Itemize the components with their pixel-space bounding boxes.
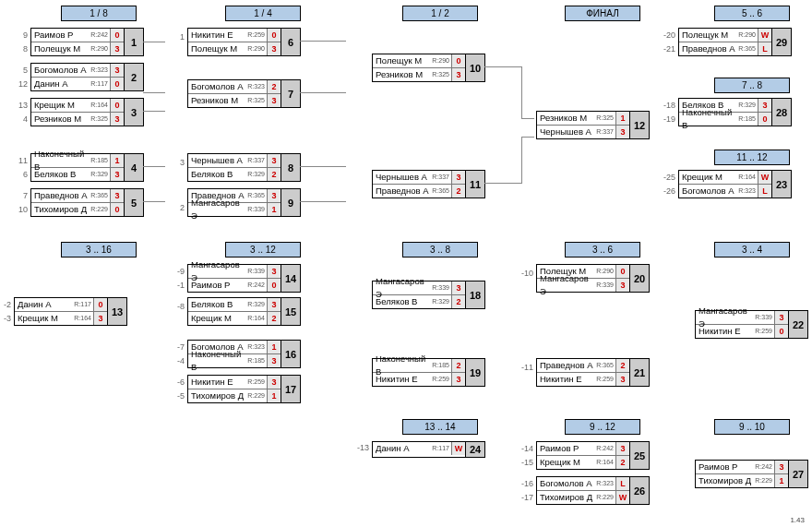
player-row: Никитин ЕR:2593 bbox=[373, 373, 465, 386]
player-rating: R:365 bbox=[432, 185, 451, 198]
player-rating: R:290 bbox=[90, 42, 110, 55]
player-row: Тихомиров ДR:2291 bbox=[188, 389, 281, 402]
match-number: 5 bbox=[125, 188, 144, 217]
player-row: Никитин ЕR:2593 bbox=[188, 376, 281, 389]
header-3-6: 3 .. 6 bbox=[565, 242, 640, 258]
player-rating: R:337 bbox=[432, 171, 451, 184]
match-number: 4 bbox=[125, 153, 144, 182]
match-number: 20 bbox=[630, 264, 650, 293]
player-row: Полещук МR:2903 bbox=[188, 42, 281, 55]
player-score: L bbox=[758, 42, 771, 55]
seed: -17 bbox=[511, 493, 533, 502]
player-row: Раимов РR:2423 bbox=[537, 442, 629, 456]
player-score: 0 bbox=[267, 29, 281, 42]
player-name: Мангасаров Э bbox=[537, 272, 596, 298]
seed: 8 bbox=[6, 44, 28, 54]
player-rating: R:117 bbox=[90, 78, 110, 90]
player-row: Наконечный ВR:1851 bbox=[31, 154, 124, 168]
player-row: Чернышев АR:3373 bbox=[537, 126, 629, 138]
match-6: 1Никитин ЕR:2590Полещук МR:29036 bbox=[162, 28, 301, 56]
player-rating: R:325 bbox=[432, 68, 451, 81]
player-rating: R:164 bbox=[247, 312, 267, 325]
player-score: 3 bbox=[615, 279, 629, 292]
player-name: Крещик М bbox=[679, 171, 738, 184]
player-rating: R:323 bbox=[247, 80, 267, 93]
match-number: 13 bbox=[108, 297, 127, 326]
match-20: -10Полещук МR:2900Мангасаров ЭR:339320 bbox=[511, 264, 650, 293]
player-row: Мангасаров ЭR:3391 bbox=[188, 203, 281, 216]
player-name: Крещик М bbox=[537, 456, 596, 469]
header-3-4: 3 .. 4 bbox=[714, 242, 790, 258]
player-rating: R:259 bbox=[432, 373, 451, 386]
player-row: Данин АR:1170 bbox=[15, 298, 107, 312]
seed: -4 bbox=[162, 356, 185, 365]
player-rating: R:259 bbox=[247, 376, 267, 389]
player-score: 3 bbox=[93, 312, 107, 325]
player-row: Мангасаров ЭR:3393 bbox=[696, 311, 788, 325]
player-row: Мангасаров ЭR:3393 bbox=[537, 279, 629, 292]
player-score: W bbox=[758, 171, 771, 184]
player-name: Праведнов А bbox=[537, 359, 596, 372]
player-row: Тихомиров ДR:229W bbox=[537, 491, 629, 504]
seed: 7 bbox=[6, 191, 28, 200]
player-rating: R:337 bbox=[247, 154, 267, 167]
seed: -18 bbox=[653, 101, 675, 110]
player-score: 3 bbox=[110, 189, 124, 202]
header-3-16: 3 .. 16 bbox=[61, 242, 137, 258]
match-18: Мангасаров ЭR:3393Беляков ВR:329218 bbox=[347, 281, 485, 309]
player-score: 3 bbox=[110, 64, 124, 77]
match-number: 8 bbox=[281, 153, 301, 182]
player-row: Чернышев АR:3373 bbox=[373, 171, 465, 185]
match-8: 3Чернышев АR:3373Беляков ВR:32928 bbox=[162, 153, 301, 182]
match-2: 512Богомолов АR:3233Данин АR:11702 bbox=[6, 63, 144, 91]
player-score: 3 bbox=[267, 189, 281, 202]
player-name: Крещик М bbox=[15, 312, 74, 325]
player-rating: R:164 bbox=[738, 171, 758, 184]
header-9-12: 9 .. 12 bbox=[565, 419, 640, 435]
match-number: 9 bbox=[281, 188, 301, 217]
match-number: 28 bbox=[772, 98, 792, 126]
player-score: 2 bbox=[615, 456, 629, 469]
player-row: Резников МR:3253 bbox=[31, 113, 124, 126]
player-score: 3 bbox=[267, 376, 281, 389]
player-score: 0 bbox=[267, 279, 281, 292]
player-row: Раимов РR:2420 bbox=[188, 279, 281, 292]
seed: -9 bbox=[162, 267, 185, 276]
player-name: Никитин Е bbox=[537, 373, 596, 386]
player-rating: R:242 bbox=[755, 461, 774, 473]
player-name: Мангасаров Э bbox=[188, 197, 247, 222]
player-rating: R:185 bbox=[247, 354, 267, 367]
match-9: 2Праведнов АR:3653Мангасаров ЭR:33919 bbox=[162, 188, 301, 217]
player-name: Никитин Е bbox=[373, 373, 432, 386]
player-rating: R:185 bbox=[738, 113, 758, 126]
match-number: 7 bbox=[281, 79, 301, 108]
seed: 1 bbox=[162, 32, 185, 42]
seed: -19 bbox=[653, 114, 675, 124]
seed: 9 bbox=[6, 30, 28, 40]
match-7: Богомолов АR:3232Резников МR:32537 bbox=[162, 79, 301, 108]
player-rating: R:290 bbox=[247, 42, 267, 55]
match-29: -20-21Полещук МR:290WПраведнов АR:365L29 bbox=[653, 28, 792, 56]
match-25: -14-15Раимов РR:2423Крещик МR:164225 bbox=[511, 441, 650, 470]
player-name: Тихомиров Д bbox=[537, 491, 596, 504]
seed: -8 bbox=[162, 302, 185, 311]
player-score: W bbox=[451, 442, 465, 455]
player-score: 1 bbox=[267, 203, 281, 216]
player-name: Богомолов А bbox=[537, 477, 596, 490]
player-name: Беляков В bbox=[188, 298, 247, 311]
match-23: -25-26Крещик МR:164WБогомолов АR:323L23 bbox=[653, 170, 792, 198]
player-rating: R:329 bbox=[738, 99, 758, 112]
match-number: 17 bbox=[281, 375, 301, 403]
player-name: Чернышев А bbox=[373, 171, 432, 184]
seed: -10 bbox=[511, 269, 533, 278]
seed: -13 bbox=[347, 443, 369, 452]
header-11-12: 11 .. 12 bbox=[714, 150, 790, 165]
player-score: 3 bbox=[267, 265, 281, 278]
seed: 12 bbox=[6, 79, 28, 89]
match-11: Чернышев АR:3373Праведнов АR:365211 bbox=[347, 170, 485, 198]
player-row: Праведнов АR:3652 bbox=[373, 185, 465, 198]
player-name: Никитин Е bbox=[188, 376, 247, 389]
player-name: Богомолов А bbox=[31, 64, 90, 77]
player-name: Раимов Р bbox=[696, 461, 755, 473]
seed: -26 bbox=[653, 186, 675, 196]
